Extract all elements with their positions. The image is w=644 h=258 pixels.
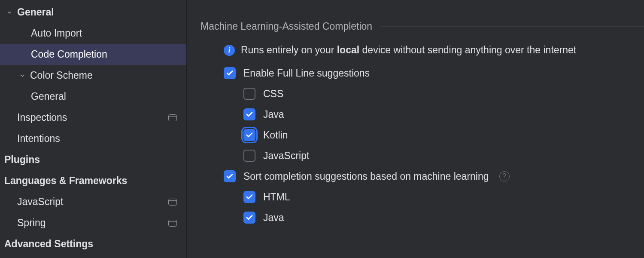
separate-window-icon[interactable] — [168, 220, 177, 227]
sidebar-item-advanced-settings[interactable]: Advanced Settings — [0, 233, 186, 255]
sidebar-item-plugins[interactable]: Plugins — [0, 149, 186, 170]
info-suffix: device without sending anything over the… — [359, 44, 576, 55]
help-icon[interactable]: ? — [499, 171, 510, 181]
checkbox-css[interactable] — [243, 88, 255, 100]
sidebar-item-label: General — [17, 6, 54, 18]
sort-lang-row-html[interactable]: HTML — [200, 191, 644, 203]
sort-lang-row-java[interactable]: Java — [200, 212, 644, 224]
enable-full-line-row[interactable]: Enable Full Line suggestions — [200, 67, 644, 79]
info-bold: local — [337, 44, 359, 55]
checkbox-javascript[interactable] — [243, 150, 255, 162]
sort-completion-row[interactable]: Sort completion suggestions based on mac… — [200, 170, 644, 182]
sidebar-item-color-scheme[interactable]: Color Scheme — [0, 65, 186, 86]
sidebar-item-label: Languages & Frameworks — [4, 175, 127, 187]
sidebar-item-general[interactable]: General — [0, 2, 186, 23]
chevron-down-icon[interactable] — [17, 71, 27, 81]
checkbox-label: Java — [263, 109, 284, 120]
sidebar-item-label: JavaScript — [17, 196, 63, 208]
sidebar-item-spring[interactable]: Spring — [0, 212, 186, 233]
checkbox-sort-java[interactable] — [243, 212, 255, 224]
checkbox-label: Kotlin — [263, 129, 288, 141]
divider — [380, 26, 644, 27]
checkbox-sort-completion[interactable] — [224, 170, 236, 182]
info-icon: i — [224, 45, 235, 56]
sidebar-item-label: Intentions — [17, 133, 60, 144]
sidebar-item-label: Auto Import — [31, 28, 82, 39]
lang-row-java[interactable]: Java — [200, 108, 644, 120]
sidebar-item-languages-frameworks[interactable]: Languages & Frameworks — [0, 170, 186, 191]
sidebar-item-code-completion[interactable]: Code Completion — [0, 44, 186, 65]
checkbox-label: Sort completion suggestions based on mac… — [243, 171, 489, 182]
sidebar-item-label: Spring — [17, 217, 46, 229]
sidebar-item-label: Inspections — [17, 112, 67, 123]
separate-window-icon[interactable] — [168, 199, 177, 206]
checkbox-enable-full-line[interactable] — [224, 67, 236, 79]
checkbox-sort-html[interactable] — [243, 191, 255, 203]
sidebar-item-intentions[interactable]: Intentions — [0, 128, 186, 149]
checkbox-java[interactable] — [243, 108, 255, 120]
checkbox-kotlin[interactable] — [243, 129, 255, 141]
section-header: Machine Learning-Assisted Completion — [200, 21, 644, 32]
sidebar-item-auto-import[interactable]: Auto Import — [0, 23, 186, 44]
sidebar-item-label: Advanced Settings — [4, 238, 93, 250]
chevron-down-icon[interactable] — [4, 7, 15, 18]
sidebar-item-label: Color Scheme — [30, 70, 93, 81]
sidebar-item-javascript[interactable]: JavaScript — [0, 191, 186, 212]
settings-content: Machine Learning-Assisted Completion i R… — [187, 0, 644, 258]
sidebar-item-label: Plugins — [4, 154, 40, 166]
sidebar-item-inspections[interactable]: Inspections — [0, 107, 186, 128]
sidebar-item-label: General — [31, 91, 66, 102]
info-row: i Runs entirely on your local device wit… — [200, 44, 644, 56]
checkbox-label: Java — [263, 212, 284, 224]
lang-row-css[interactable]: CSS — [200, 88, 644, 100]
info-prefix: Runs entirely on your — [241, 44, 337, 55]
lang-row-javascript[interactable]: JavaScript — [200, 150, 644, 162]
section-title: Machine Learning-Assisted Completion — [200, 21, 372, 32]
info-text: Runs entirely on your local device witho… — [241, 44, 576, 56]
separate-window-icon[interactable] — [168, 114, 177, 121]
checkbox-label: Enable Full Line suggestions — [243, 68, 370, 79]
checkbox-label: JavaScript — [263, 150, 309, 162]
settings-sidebar: GeneralAuto ImportCode CompletionColor S… — [0, 0, 187, 258]
lang-row-kotlin[interactable]: Kotlin — [200, 129, 644, 141]
sidebar-item-label: Code Completion — [31, 49, 107, 60]
checkbox-label: HTML — [263, 191, 290, 203]
checkbox-label: CSS — [263, 88, 283, 100]
sidebar-item-general[interactable]: General — [0, 86, 186, 107]
